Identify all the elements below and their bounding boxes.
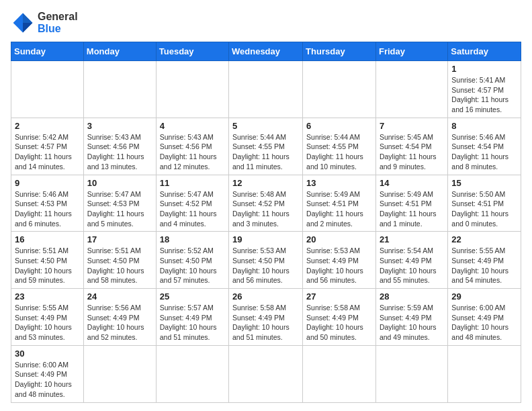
svg-marker-2 (23, 23, 32, 32)
calendar-week-5: 30Sunrise: 6:00 AM Sunset: 4:49 PM Dayli… (11, 345, 521, 402)
calendar-week-4: 23Sunrise: 5:55 AM Sunset: 4:49 PM Dayli… (11, 289, 521, 346)
day-info: Sunrise: 5:41 AM Sunset: 4:57 PM Dayligh… (451, 75, 517, 115)
calendar-cell: 8Sunrise: 5:46 AM Sunset: 4:54 PM Daylig… (448, 118, 521, 175)
calendar-cell: 16Sunrise: 5:51 AM Sunset: 4:50 PM Dayli… (11, 232, 84, 289)
calendar-cell: 24Sunrise: 5:56 AM Sunset: 4:49 PM Dayli… (83, 289, 156, 346)
calendar-cell: 18Sunrise: 5:52 AM Sunset: 4:50 PM Dayli… (156, 232, 228, 289)
col-header-friday: Friday (375, 42, 447, 61)
calendar-table: SundayMondayTuesdayWednesdayThursdayFrid… (11, 42, 521, 403)
calendar-cell: 21Sunrise: 5:54 AM Sunset: 4:49 PM Dayli… (375, 232, 447, 289)
day-info: Sunrise: 5:52 AM Sunset: 4:50 PM Dayligh… (160, 246, 225, 285)
day-number: 29 (451, 291, 517, 302)
calendar-cell: 11Sunrise: 5:47 AM Sunset: 4:52 PM Dayli… (156, 175, 228, 232)
day-number: 11 (160, 178, 225, 188)
day-info: Sunrise: 5:58 AM Sunset: 4:49 PM Dayligh… (232, 303, 299, 342)
day-number: 17 (87, 234, 152, 244)
day-number: 7 (380, 121, 444, 131)
day-info: Sunrise: 5:53 AM Sunset: 4:49 PM Dayligh… (306, 246, 372, 285)
col-header-thursday: Thursday (303, 42, 376, 61)
calendar-cell: 22Sunrise: 5:55 AM Sunset: 4:49 PM Dayli… (448, 232, 521, 289)
day-number: 4 (160, 121, 225, 131)
calendar-cell: 5Sunrise: 5:44 AM Sunset: 4:55 PM Daylig… (229, 118, 303, 175)
col-header-wednesday: Wednesday (229, 42, 303, 61)
day-info: Sunrise: 5:55 AM Sunset: 4:49 PM Dayligh… (15, 303, 80, 342)
day-info: Sunrise: 5:44 AM Sunset: 4:55 PM Dayligh… (232, 132, 299, 172)
calendar-cell: 27Sunrise: 5:58 AM Sunset: 4:49 PM Dayli… (303, 289, 376, 346)
calendar-cell (156, 345, 228, 402)
day-number: 23 (15, 291, 80, 302)
day-number: 13 (306, 178, 372, 188)
day-number: 15 (451, 178, 517, 188)
calendar-cell: 2Sunrise: 5:42 AM Sunset: 4:57 PM Daylig… (11, 118, 84, 175)
day-info: Sunrise: 5:54 AM Sunset: 4:49 PM Dayligh… (380, 246, 444, 285)
calendar-cell: 17Sunrise: 5:51 AM Sunset: 4:50 PM Dayli… (83, 232, 156, 289)
calendar-cell: 19Sunrise: 5:53 AM Sunset: 4:50 PM Dayli… (229, 232, 303, 289)
col-header-monday: Monday (83, 42, 156, 61)
day-info: Sunrise: 5:59 AM Sunset: 4:49 PM Dayligh… (380, 303, 444, 342)
calendar-cell: 13Sunrise: 5:49 AM Sunset: 4:51 PM Dayli… (303, 175, 376, 232)
day-info: Sunrise: 5:51 AM Sunset: 4:50 PM Dayligh… (15, 246, 80, 285)
calendar-cell: 23Sunrise: 5:55 AM Sunset: 4:49 PM Dayli… (11, 289, 84, 346)
calendar-cell: 1Sunrise: 5:41 AM Sunset: 4:57 PM Daylig… (448, 61, 521, 118)
calendar-cell: 30Sunrise: 6:00 AM Sunset: 4:49 PM Dayli… (11, 345, 84, 402)
day-info: Sunrise: 5:57 AM Sunset: 4:49 PM Dayligh… (160, 303, 225, 342)
day-info: Sunrise: 5:47 AM Sunset: 4:52 PM Dayligh… (160, 189, 225, 229)
day-info: Sunrise: 5:49 AM Sunset: 4:51 PM Dayligh… (380, 189, 444, 229)
calendar-cell: 4Sunrise: 5:43 AM Sunset: 4:56 PM Daylig… (156, 118, 228, 175)
day-info: Sunrise: 5:48 AM Sunset: 4:52 PM Dayligh… (232, 189, 299, 229)
day-number: 14 (380, 178, 444, 188)
calendar-cell: 14Sunrise: 5:49 AM Sunset: 4:51 PM Dayli… (375, 175, 447, 232)
day-number: 21 (380, 234, 444, 244)
col-header-sunday: Sunday (11, 42, 84, 61)
day-info: Sunrise: 5:46 AM Sunset: 4:54 PM Dayligh… (451, 132, 517, 172)
day-info: Sunrise: 6:00 AM Sunset: 4:49 PM Dayligh… (15, 360, 80, 400)
calendar-cell: 28Sunrise: 5:59 AM Sunset: 4:49 PM Dayli… (375, 289, 447, 346)
calendar-cell (11, 61, 84, 118)
calendar-cell (303, 345, 376, 402)
calendar-cell (375, 345, 447, 402)
calendar-cell: 12Sunrise: 5:48 AM Sunset: 4:52 PM Dayli… (229, 175, 303, 232)
day-number: 24 (87, 291, 152, 302)
day-number: 20 (306, 234, 372, 244)
day-number: 5 (232, 121, 299, 131)
day-info: Sunrise: 5:50 AM Sunset: 4:51 PM Dayligh… (451, 189, 517, 229)
svg-marker-1 (23, 13, 32, 23)
calendar-cell: 3Sunrise: 5:43 AM Sunset: 4:56 PM Daylig… (83, 118, 156, 175)
day-info: Sunrise: 5:49 AM Sunset: 4:51 PM Dayligh… (306, 189, 372, 229)
logo: General Blue (11, 11, 78, 35)
day-number: 3 (87, 121, 152, 131)
calendar-cell: 29Sunrise: 6:00 AM Sunset: 4:49 PM Dayli… (448, 289, 521, 346)
calendar-cell: 25Sunrise: 5:57 AM Sunset: 4:49 PM Dayli… (156, 289, 228, 346)
calendar-cell (375, 61, 447, 118)
calendar-week-3: 16Sunrise: 5:51 AM Sunset: 4:50 PM Dayli… (11, 232, 521, 289)
day-info: Sunrise: 5:47 AM Sunset: 4:53 PM Dayligh… (87, 189, 152, 229)
day-info: Sunrise: 5:58 AM Sunset: 4:49 PM Dayligh… (306, 303, 372, 342)
day-number: 22 (451, 234, 517, 244)
day-info: Sunrise: 5:46 AM Sunset: 4:53 PM Dayligh… (15, 189, 80, 229)
logo-text: General Blue (38, 11, 78, 35)
calendar-cell (229, 61, 303, 118)
calendar-cell: 20Sunrise: 5:53 AM Sunset: 4:49 PM Dayli… (303, 232, 376, 289)
day-number: 19 (232, 234, 299, 244)
day-number: 25 (160, 291, 225, 302)
calendar-cell (229, 345, 303, 402)
day-info: Sunrise: 6:00 AM Sunset: 4:49 PM Dayligh… (451, 303, 517, 342)
day-info: Sunrise: 5:56 AM Sunset: 4:49 PM Dayligh… (87, 303, 152, 342)
col-header-saturday: Saturday (448, 42, 521, 61)
day-number: 2 (15, 121, 80, 131)
day-info: Sunrise: 5:43 AM Sunset: 4:56 PM Dayligh… (87, 132, 152, 172)
day-info: Sunrise: 5:51 AM Sunset: 4:50 PM Dayligh… (87, 246, 152, 285)
calendar-week-0: 1Sunrise: 5:41 AM Sunset: 4:57 PM Daylig… (11, 61, 521, 118)
day-number: 16 (15, 234, 80, 244)
day-number: 8 (451, 121, 517, 131)
calendar-cell: 10Sunrise: 5:47 AM Sunset: 4:53 PM Dayli… (83, 175, 156, 232)
col-header-tuesday: Tuesday (156, 42, 228, 61)
day-info: Sunrise: 5:44 AM Sunset: 4:55 PM Dayligh… (306, 132, 372, 172)
calendar-cell (83, 61, 156, 118)
day-number: 10 (87, 178, 152, 188)
calendar-cell (303, 61, 376, 118)
calendar-week-1: 2Sunrise: 5:42 AM Sunset: 4:57 PM Daylig… (11, 118, 521, 175)
day-number: 18 (160, 234, 225, 244)
day-number: 12 (232, 178, 299, 188)
day-number: 28 (380, 291, 444, 302)
